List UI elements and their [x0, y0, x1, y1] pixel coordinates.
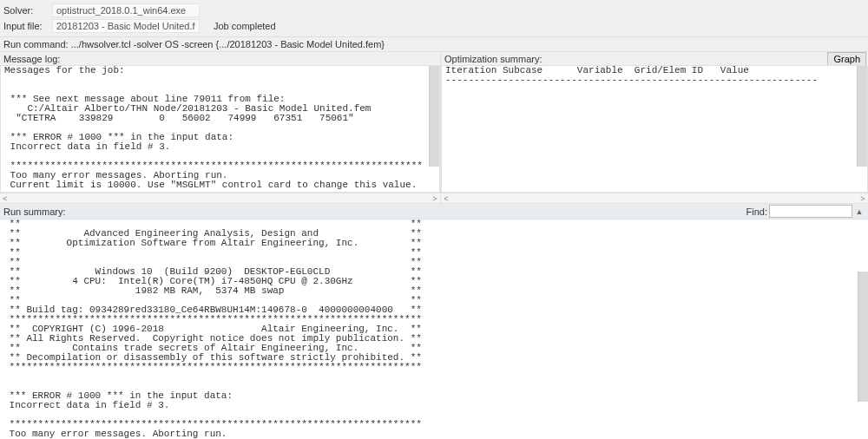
- inputfile-row: Input file: Job completed: [3, 19, 865, 33]
- run-summary-panel: Run summary: Find: ▲ ** ** ** Advanced E…: [0, 203, 868, 439]
- message-log-scrollbar[interactable]: [429, 66, 439, 167]
- solver-input[interactable]: [52, 3, 200, 17]
- run-summary-header: Run summary: Find: ▲: [0, 204, 868, 220]
- optimization-summary-panel: Optimization summary: Graph Iteration Su…: [441, 52, 868, 203]
- opt-hscroll[interactable]: < >: [441, 193, 868, 203]
- opt-scrollbar[interactable]: [857, 66, 867, 167]
- job-status: Job completed: [214, 21, 276, 31]
- opt-divider: ----------------------------------------…: [445, 75, 818, 85]
- optimization-summary-text[interactable]: Iteration Subcase Variable Grid/Elem ID …: [441, 65, 868, 193]
- middle-panels: Message log: Messages for the job: *** S…: [0, 52, 868, 203]
- message-log-panel: Message log: Messages for the job: *** S…: [0, 52, 441, 203]
- run-summary-text[interactable]: ** ** ** Advanced Engineering Analysis, …: [0, 220, 868, 439]
- run-summary-title: Run summary:: [3, 206, 66, 217]
- run-summary-scrollbar[interactable]: [858, 272, 868, 402]
- solver-row: Solver:: [3, 3, 865, 17]
- scroll-right-icon[interactable]: >: [430, 193, 440, 203]
- message-log-text[interactable]: Messages for the job: *** See next messa…: [0, 65, 440, 193]
- solver-label: Solver:: [3, 5, 49, 16]
- find-label: Find:: [746, 206, 767, 217]
- run-command-value: .../hwsolver.tcl -solver OS -screen {...…: [71, 39, 385, 49]
- inputfile-label: Input file:: [3, 21, 49, 31]
- message-log-title: Message log:: [0, 52, 440, 65]
- find-input[interactable]: [769, 205, 852, 218]
- graph-button[interactable]: Graph: [827, 52, 866, 66]
- find-box: Find: ▲: [746, 205, 865, 218]
- top-bar: Solver: Input file: Job completed: [0, 0, 868, 36]
- optimization-summary-title: Optimization summary:: [441, 52, 868, 65]
- run-command-label: Run command:: [3, 39, 69, 49]
- scroll-left-icon[interactable]: <: [441, 193, 451, 203]
- scroll-left-icon[interactable]: <: [0, 193, 10, 203]
- find-up-icon[interactable]: ▲: [854, 207, 865, 216]
- inputfile-input[interactable]: [52, 19, 200, 33]
- run-command-bar: Run command: .../hwsolver.tcl -solver OS…: [0, 36, 868, 52]
- message-log-hscroll[interactable]: < >: [0, 193, 440, 203]
- scroll-right-icon[interactable]: >: [858, 193, 868, 203]
